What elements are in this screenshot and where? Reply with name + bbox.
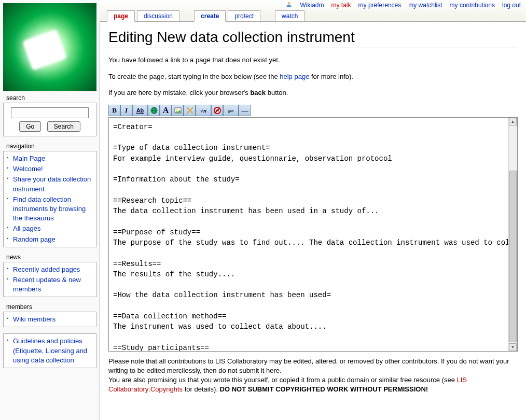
- tool-internal-link[interactable]: Ab: [132, 105, 148, 116]
- search-input[interactable]: [11, 107, 89, 118]
- edit-toolbar: B I Ab A √n W ℊℯ —: [108, 105, 518, 116]
- nav-find[interactable]: Find data collection instruments by brow…: [13, 195, 86, 222]
- help-page-link[interactable]: help page: [280, 73, 309, 80]
- scroll-up-icon[interactable]: ▲: [509, 118, 517, 125]
- tab-create[interactable]: create: [194, 10, 226, 22]
- nav-allpages[interactable]: All pages: [13, 225, 40, 232]
- nav-welcome[interactable]: Welcome!: [13, 165, 43, 173]
- nav-heading: navigation: [6, 143, 96, 150]
- tool-signature[interactable]: ℊℯ: [223, 105, 239, 116]
- site-logo[interactable]: [3, 3, 96, 91]
- tool-external-link[interactable]: [148, 105, 160, 116]
- notice-warn: DO NOT SUBMIT COPYRIGHTED WORK WITHOUT P…: [220, 385, 428, 393]
- search-button[interactable]: Search: [47, 121, 80, 132]
- tab-spacer: [182, 10, 192, 22]
- scroll-down-icon[interactable]: ▼: [509, 343, 517, 351]
- guidelines-link[interactable]: Guidelines and policies (Etiquette, Lice…: [13, 337, 87, 363]
- intro-create-post: for more info).: [309, 73, 353, 80]
- edit-textarea[interactable]: [109, 118, 508, 351]
- tab-watch[interactable]: watch: [275, 10, 304, 22]
- news-heading: news: [6, 254, 96, 261]
- svg-point-5: [176, 109, 177, 110]
- contribs-link[interactable]: my contributions: [450, 2, 495, 9]
- prefs-link[interactable]: my preferences: [358, 2, 402, 9]
- nav-main-page[interactable]: Main Page: [13, 155, 45, 162]
- notice-line2-mid: for details).: [183, 385, 220, 393]
- tool-hr[interactable]: —: [239, 105, 251, 116]
- members-link[interactable]: Wiki members: [13, 315, 56, 323]
- back-word: back: [250, 89, 266, 96]
- intro-mistake: If you are here by mistake, click your b…: [108, 88, 518, 97]
- scroll-thumb[interactable]: [509, 171, 517, 342]
- search-heading: search: [6, 94, 96, 102]
- intro-create-pre: To create the page, start typing in the …: [108, 73, 280, 80]
- members-heading: members: [6, 303, 96, 311]
- tab-protect[interactable]: protect: [228, 10, 260, 22]
- go-button[interactable]: Go: [19, 121, 41, 132]
- intro-create: To create the page, start typing in the …: [108, 72, 518, 81]
- mytalk-link[interactable]: my talk: [331, 2, 351, 9]
- user-icon: [286, 1, 293, 9]
- tool-media[interactable]: [184, 105, 196, 116]
- user-link[interactable]: Wikiadm: [300, 2, 324, 9]
- scrollbar[interactable]: ▲ ▼: [508, 118, 517, 351]
- tab-page[interactable]: page: [107, 10, 135, 22]
- tool-math[interactable]: √n: [196, 105, 211, 116]
- news-recent-updates[interactable]: Recent updates & new members: [13, 276, 81, 293]
- news-recent-pages[interactable]: Recently added pages: [13, 265, 80, 273]
- tool-nowiki[interactable]: W: [211, 105, 223, 116]
- tool-italic[interactable]: I: [120, 105, 132, 116]
- puzzle-piece-icon: [22, 29, 67, 71]
- tool-headline[interactable]: A: [160, 105, 172, 116]
- notice-line2-pre: You are also promising us that you wrote…: [108, 376, 457, 384]
- tab-spacer2: [262, 10, 273, 22]
- nav-share[interactable]: Share your data collection instrument: [13, 175, 91, 192]
- intro-mistake-post: button.: [266, 89, 288, 96]
- intro-mistake-pre: If you are here by mistake, click your b…: [108, 89, 250, 96]
- nav-random[interactable]: Random page: [13, 235, 56, 243]
- tool-bold[interactable]: B: [108, 105, 120, 116]
- notice-line1: Please note that all contributions to LI…: [108, 357, 509, 374]
- tool-image[interactable]: [172, 105, 184, 116]
- intro-notexist: You have followed a link to a page that …: [108, 55, 518, 65]
- watchlist-link[interactable]: my watchlist: [408, 2, 442, 9]
- page-title: Editing New data collection instrument: [108, 29, 518, 48]
- logout-link[interactable]: log out: [502, 2, 521, 9]
- svg-point-0: [287, 2, 290, 5]
- tab-discussion[interactable]: discussion: [137, 10, 179, 22]
